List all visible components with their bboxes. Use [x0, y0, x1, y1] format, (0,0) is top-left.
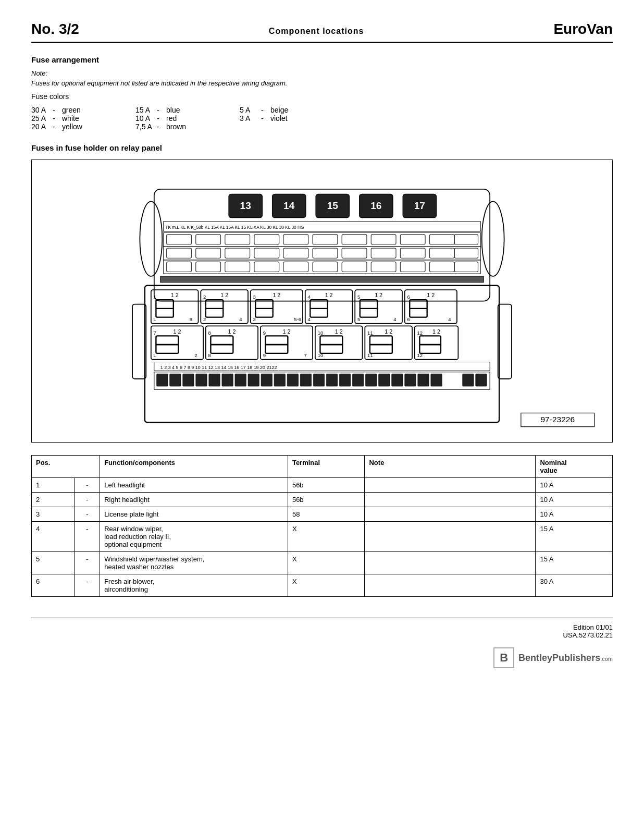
svg-rect-33 — [313, 248, 338, 258]
svg-rect-43 — [254, 262, 279, 272]
td-terminal: X — [288, 552, 365, 574]
td-pos: 2 — [32, 493, 75, 507]
svg-text:1  2  3  4  5  6  7  8  9 10 1: 1 2 3 4 5 6 7 8 9 10 11 12 13 14 15 16 1… — [160, 365, 277, 370]
svg-rect-148 — [300, 374, 311, 386]
fuse-amp: 30 A — [31, 106, 49, 114]
svg-rect-47 — [371, 262, 396, 272]
td-pos: 4 — [32, 522, 75, 552]
edition-value: 01/01 — [596, 623, 613, 631]
td-nominal: 10 A — [536, 493, 613, 507]
list-item: 15 A - blue — [135, 106, 240, 114]
td-function: Rear window wiper,load reduction relay I… — [100, 522, 288, 552]
svg-rect-38 — [454, 248, 478, 258]
svg-rect-155 — [392, 374, 403, 386]
td-nominal: 15 A — [536, 552, 613, 574]
page-title: Component locations — [269, 27, 364, 36]
svg-text:15: 15 — [327, 200, 339, 211]
svg-rect-150 — [326, 374, 337, 386]
list-item: 7,5 A - brown — [135, 122, 240, 131]
svg-text:1  2: 1 2 — [325, 292, 333, 298]
fuse-dash: - — [53, 106, 59, 114]
th-function: Function/components — [100, 456, 288, 478]
th-pos: Pos. — [32, 456, 100, 478]
svg-text:1  2: 1 2 — [375, 292, 382, 298]
svg-text:10: 10 — [318, 330, 324, 336]
svg-rect-42 — [225, 262, 250, 272]
svg-rect-160 — [476, 374, 487, 386]
fuse-dash: - — [261, 106, 267, 114]
svg-rect-137 — [157, 374, 168, 386]
svg-text:97-23226: 97-23226 — [541, 415, 575, 424]
svg-rect-37 — [429, 248, 454, 258]
svg-text:TK m.L  KL K  K_58b KL 15A KL : TK m.L KL K K_58b KL 15A KL 15A KL 15 KL… — [165, 225, 304, 230]
svg-rect-146 — [274, 374, 285, 386]
svg-rect-156 — [405, 374, 416, 386]
svg-rect-149 — [313, 374, 324, 386]
publisher-com: .com — [600, 656, 613, 662]
svg-text:1  2: 1 2 — [335, 328, 343, 335]
svg-text:2: 2 — [194, 352, 197, 358]
publisher-name: BentleyPublishers — [518, 653, 600, 663]
list-item: 25 A - white — [31, 114, 135, 122]
brand-name: EuroVan — [553, 21, 613, 38]
td-note — [365, 522, 536, 552]
td-pos: 1 — [32, 478, 75, 493]
fuse-color: brown — [166, 122, 186, 131]
td-pos: 5 — [32, 552, 75, 574]
page-header: No. 3/2 Component locations EuroVan — [31, 21, 613, 43]
svg-rect-32 — [283, 248, 308, 258]
fuse-color: red — [166, 114, 177, 122]
list-item: 3 A - violet — [240, 114, 344, 122]
svg-text:1  2: 1 2 — [220, 292, 228, 298]
fuse-amp: 3 A — [240, 114, 258, 122]
svg-rect-143 — [235, 374, 246, 386]
svg-text:8: 8 — [208, 330, 211, 336]
svg-text:5: 5 — [357, 294, 360, 300]
table-row: 4 - Rear window wiper,load reduction rel… — [32, 522, 613, 552]
svg-rect-23 — [371, 235, 396, 244]
svg-rect-139 — [183, 374, 194, 386]
svg-rect-138 — [170, 374, 181, 386]
svg-rect-46 — [342, 262, 367, 272]
svg-rect-50 — [454, 262, 478, 272]
fuse-colors-grid: 30 A - green 25 A - white 20 A - yellow … — [31, 106, 613, 131]
svg-rect-144 — [248, 374, 259, 386]
list-item: 10 A - red — [135, 114, 240, 122]
fuse-dash: - — [53, 122, 59, 131]
svg-rect-140 — [196, 374, 207, 386]
td-nominal: 15 A — [536, 522, 613, 552]
th-nominal: Nominalvalue — [536, 456, 613, 478]
td-dash: - — [74, 493, 100, 507]
svg-rect-141 — [209, 374, 220, 386]
svg-rect-153 — [366, 374, 377, 386]
list-item: 20 A - yellow — [31, 122, 135, 131]
svg-rect-22 — [342, 235, 367, 244]
fuse-dash: - — [157, 114, 163, 122]
svg-text:5-6: 5-6 — [294, 316, 301, 322]
svg-text:1  2: 1 2 — [273, 292, 280, 298]
fuse-color: white — [62, 114, 79, 122]
svg-text:9: 9 — [263, 330, 266, 336]
page-footer: Edition 01/01 USA.5273.02.21 — [31, 618, 613, 639]
svg-rect-145 — [261, 374, 272, 386]
fuse-diagram-svg: 13 14 15 16 17 TK m.L KL K K_58b KL 15A … — [42, 170, 602, 432]
svg-rect-30 — [225, 248, 250, 258]
fuse-color-col3: 5 A - beige 3 A - violet — [240, 106, 344, 131]
td-dash: - — [74, 478, 100, 493]
svg-text:4: 4 — [448, 316, 451, 322]
svg-rect-49 — [429, 262, 454, 272]
svg-text:7: 7 — [154, 330, 156, 336]
footer-code: USA.5273.02.21 — [563, 631, 613, 639]
svg-text:11: 11 — [367, 330, 373, 336]
td-terminal: 56b — [288, 478, 365, 493]
svg-rect-158 — [431, 374, 442, 386]
td-terminal: 56b — [288, 493, 365, 507]
svg-rect-51 — [160, 276, 484, 283]
svg-rect-54 — [498, 304, 512, 379]
svg-text:7: 7 — [304, 352, 306, 358]
td-dash: - — [74, 552, 100, 574]
svg-text:2: 2 — [203, 294, 206, 300]
list-item: 30 A - green — [31, 106, 135, 114]
fuse-amp: 20 A — [31, 122, 49, 131]
td-note — [365, 552, 536, 574]
